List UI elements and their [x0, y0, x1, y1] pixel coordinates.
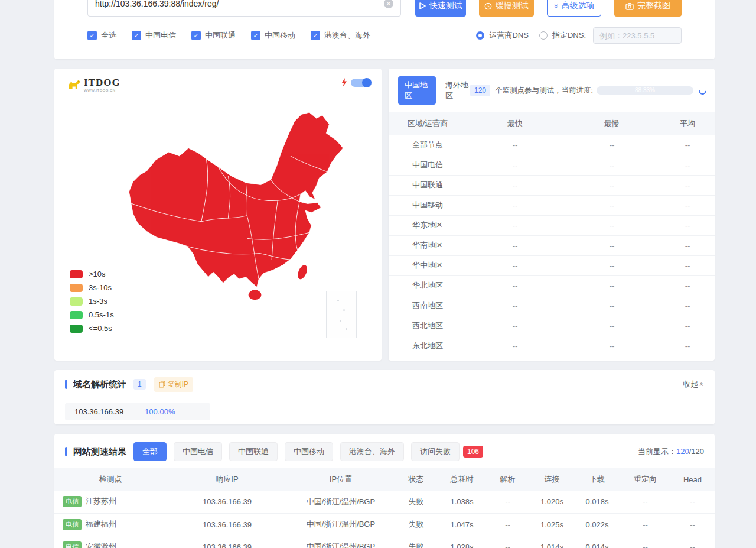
col-fastest: 最快	[467, 112, 563, 135]
loading-spinner-icon	[697, 85, 708, 96]
legend-swatch	[70, 325, 83, 333]
col-download: 下载	[574, 468, 620, 491]
url-input-wrapper: ✕	[87, 0, 401, 17]
checkbox-checked-icon: ✓	[87, 31, 97, 40]
col-resolve: 解析	[485, 468, 530, 491]
radio-custom-dns-label: 指定DNS:	[552, 30, 586, 41]
legend-item: 1s-3s	[70, 297, 114, 306]
col-connect: 连接	[530, 468, 574, 491]
col-total-time: 总耗时	[438, 468, 485, 491]
screenshot-icon	[625, 2, 634, 10]
dog-icon	[67, 79, 82, 90]
table-row: 港澳台------	[389, 356, 715, 361]
region-stats-panel: 中国地区 海外地区 120 个监测点参与测试，当前进度: 88.33% 区域/运…	[389, 69, 715, 361]
table-row: 东北地区------	[389, 336, 715, 356]
checkbox-checked-icon: ✓	[132, 31, 141, 40]
logo-subtitle: WWW.ITDOG.CN	[84, 89, 120, 92]
hainan-island	[249, 290, 262, 300]
test-config-panel: ✕ 快速测试 缓慢测试 « 高级选项 完整截图 ✓ 全选	[54, 0, 715, 59]
south-china-sea-inset	[326, 291, 357, 338]
radio-isp-dns[interactable]	[476, 31, 484, 40]
checkbox-checked-icon: ✓	[191, 31, 201, 40]
table-row: 中国联通------	[389, 175, 715, 195]
section-accent-bar	[65, 447, 67, 456]
carrier-badge: 电信	[63, 541, 82, 548]
lightning-icon	[341, 78, 347, 87]
table-row: 西北地区------	[389, 316, 715, 336]
url-input[interactable]	[95, 0, 384, 8]
legend-swatch	[70, 297, 83, 306]
chevrons-down-icon: «	[551, 4, 560, 8]
table-row: 全部节点------	[389, 135, 715, 155]
resolved-percent[interactable]: 100.00%	[145, 407, 175, 416]
status-badge: 失败	[394, 536, 438, 548]
advanced-options-button[interactable]: « 高级选项	[547, 0, 601, 17]
china-map-panel: ITDOG WWW.ITDOG.CN	[54, 69, 382, 361]
logo-title: ITDOG	[84, 77, 120, 89]
clear-input-icon[interactable]: ✕	[384, 0, 393, 8]
radio-custom-dns[interactable]	[539, 31, 548, 40]
filter-tab-telecom[interactable]: 中国电信	[174, 442, 222, 461]
slow-test-button[interactable]: 缓慢测试	[479, 0, 533, 17]
realtime-toggle[interactable]	[351, 79, 371, 87]
checkbox-china-mobile[interactable]: ✓ 中国移动	[251, 30, 295, 41]
legend-swatch	[70, 284, 83, 292]
progress-percent: 88.33%	[597, 86, 693, 95]
status-badge: 失败	[394, 513, 438, 536]
map-legend: >10s 3s-10s 1s-3s 0.5s-1s <=0.5s	[70, 270, 114, 338]
filter-tab-mobile[interactable]: 中国移动	[285, 442, 333, 461]
full-screenshot-button[interactable]: 完整截图	[614, 0, 682, 17]
checkbox-china-telecom[interactable]: ✓ 中国电信	[132, 30, 176, 41]
taiwan-island	[296, 264, 309, 280]
table-row: 中国电信------	[389, 155, 715, 175]
results-title: 网站测速结果	[73, 446, 126, 458]
checkbox-select-all[interactable]: ✓ 全选	[87, 30, 116, 41]
filter-tab-failed[interactable]: 访问失败	[411, 442, 460, 461]
tab-overseas-region[interactable]: 海外地区	[445, 80, 470, 101]
col-ip-location: IP位置	[288, 468, 394, 491]
col-slowest: 最慢	[563, 112, 660, 135]
resolved-ip: 103.36.166.39	[74, 407, 123, 416]
progress-bar: 88.33%	[597, 86, 693, 95]
checkbox-checked-icon: ✓	[251, 31, 260, 40]
fast-test-button[interactable]: 快速测试	[415, 0, 466, 17]
section-accent-bar	[65, 380, 67, 389]
dns-count-badge: 1	[133, 379, 146, 390]
filter-tab-all[interactable]: 全部	[133, 442, 167, 461]
chevrons-up-icon: «	[698, 382, 706, 387]
col-response-ip: 响应IP	[167, 468, 288, 491]
legend-item: 3s-10s	[70, 283, 114, 292]
filter-tab-overseas[interactable]: 港澳台、海外	[340, 442, 404, 461]
col-average: 平均	[660, 112, 715, 135]
legend-swatch	[70, 311, 83, 319]
col-region: 区域/运营商	[389, 112, 467, 135]
table-row: 西南地区------	[389, 296, 715, 316]
tab-china-region[interactable]: 中国地区	[398, 76, 436, 105]
progress-label: 个监测点参与测试，当前进度:	[495, 86, 593, 96]
dns-stats-title: 域名解析统计	[73, 379, 126, 390]
legend-swatch	[70, 270, 83, 278]
resolved-ip-row: 103.36.166.39 100.00%	[65, 403, 210, 420]
failed-count-badge: 106	[463, 446, 483, 458]
table-row: 中国移动------	[389, 195, 715, 215]
legend-item: 0.5s-1s	[70, 310, 114, 319]
speed-results-panel: 网站测速结果 全部 中国电信 中国联通 中国移动 港澳台、海外 访问失败 106…	[54, 434, 715, 548]
table-row: 电信江苏苏州 103.36.166.39中国/浙江/温州/BGP 失败 1.03…	[54, 491, 715, 513]
clock-icon	[484, 2, 492, 10]
monitor-count-badge: 120	[470, 85, 490, 96]
dns-stats-panel: 域名解析统计 1 复制IP 收起 « 103.36.166.39 100.00%	[54, 370, 715, 424]
copy-ip-button[interactable]: 复制IP	[154, 377, 193, 392]
carrier-badge: 电信	[63, 496, 82, 507]
custom-dns-input[interactable]	[593, 27, 682, 44]
play-icon	[419, 2, 426, 9]
filter-tab-unicom[interactable]: 中国联通	[229, 442, 278, 461]
checkbox-hkmotw-overseas[interactable]: ✓ 港澳台、海外	[311, 30, 370, 41]
table-row: 华南地区------	[389, 235, 715, 255]
table-row: 华中地区------	[389, 255, 715, 275]
itdog-logo: ITDOG WWW.ITDOG.CN	[67, 77, 120, 92]
checkbox-china-unicom[interactable]: ✓ 中国联通	[191, 30, 236, 41]
collapse-button[interactable]: 收起 «	[683, 379, 704, 390]
table-row: 华东地区------	[389, 215, 715, 235]
display-count: 当前显示：120/120	[638, 446, 704, 457]
legend-item: <=0.5s	[70, 324, 114, 333]
